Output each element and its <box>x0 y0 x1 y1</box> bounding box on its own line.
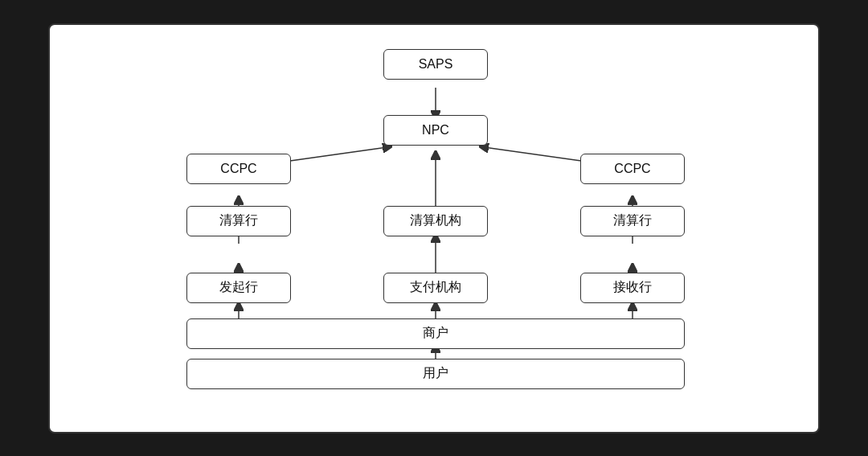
node-saps: SAPS <box>383 49 488 80</box>
node-ccpc-left: CCPC <box>186 154 291 184</box>
node-fqh: 发起行 <box>186 273 291 303</box>
node-zfjg: 支付机构 <box>383 273 488 303</box>
node-ccpc-right: CCPC <box>580 154 685 184</box>
node-qsh-left: 清算行 <box>186 206 291 236</box>
node-qsh-right: 清算行 <box>580 206 685 236</box>
node-npc: NPC <box>383 115 488 146</box>
diagram-container: SAPS NPC CCPC CCPC 清算行 清算机构 清算行 发起行 支付机构… <box>48 23 820 433</box>
node-shanghhu: 商户 <box>186 318 685 349</box>
node-qsj: 清算机构 <box>383 206 488 236</box>
node-yonghu: 用户 <box>186 359 685 389</box>
node-jsh: 接收行 <box>580 273 685 303</box>
